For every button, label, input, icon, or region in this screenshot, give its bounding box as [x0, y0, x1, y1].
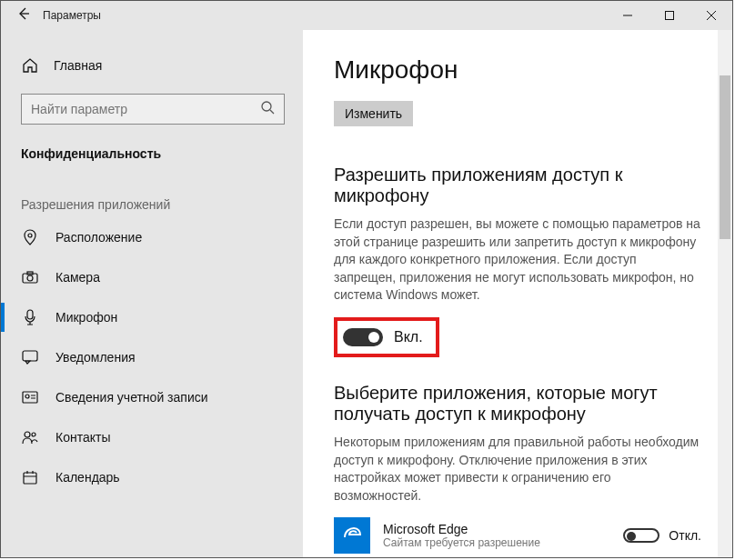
scroll-thumb[interactable]	[720, 75, 730, 239]
app-sub: Сайтам требуется разрешение	[383, 536, 610, 549]
sidebar-item-account-info[interactable]: Сведения учетной записи	[1, 377, 303, 417]
sidebar-item-label: Камера	[55, 270, 100, 285]
sidebar-item-label: Контакты	[55, 430, 110, 445]
svg-point-1	[262, 102, 271, 111]
change-button[interactable]: Изменить	[334, 101, 413, 126]
svg-rect-0	[666, 12, 674, 20]
svg-point-10	[25, 432, 30, 437]
back-icon[interactable]	[17, 7, 30, 24]
close-button[interactable]	[690, 1, 732, 30]
notifications-icon	[21, 350, 39, 365]
app-toggle-label: Откл.	[669, 528, 701, 543]
camera-icon	[21, 271, 39, 284]
microphone-icon	[21, 309, 39, 325]
sidebar-item-location[interactable]: Расположение	[1, 217, 303, 257]
svg-point-9	[25, 395, 29, 398]
sidebar: Главная Конфиденциальность Разрешения пр…	[1, 30, 303, 557]
maximize-button[interactable]	[649, 1, 690, 30]
app-toggle[interactable]	[623, 528, 659, 543]
minimize-button[interactable]	[607, 1, 649, 30]
sidebar-subsection-header: Разрешения приложений	[1, 170, 303, 217]
sidebar-item-contacts[interactable]: Контакты	[1, 417, 303, 457]
scrollbar[interactable]	[718, 30, 732, 557]
search-icon	[260, 100, 275, 118]
sidebar-item-label: Расположение	[55, 230, 142, 245]
home-icon	[21, 57, 39, 74]
page-title: Микрофон	[334, 55, 701, 85]
home-label: Главная	[54, 58, 102, 73]
allow-apps-toggle[interactable]	[343, 328, 383, 346]
highlight-box: Вкл.	[334, 317, 439, 357]
home-nav[interactable]: Главная	[1, 50, 303, 81]
search-input-wrap[interactable]	[21, 94, 285, 125]
svg-point-2	[28, 234, 32, 237]
app-row: Microsoft Edge Сайтам требуется разрешен…	[334, 517, 701, 554]
svg-point-4	[27, 275, 33, 281]
window-title: Параметры	[43, 9, 101, 22]
sidebar-item-camera[interactable]: Камера	[1, 257, 303, 297]
account-info-icon	[21, 391, 39, 404]
allow-apps-desc: Если доступ разрешен, вы можете с помощь…	[334, 215, 701, 305]
svg-point-11	[32, 433, 35, 436]
sidebar-item-microphone[interactable]: Микрофон	[1, 297, 303, 337]
content-area: Микрофон Изменить Разрешить приложениям …	[303, 30, 732, 557]
app-name: Microsoft Edge	[383, 522, 610, 536]
calendar-icon	[21, 470, 39, 485]
sidebar-item-calendar[interactable]: Календарь	[1, 457, 303, 497]
choose-apps-desc: Некоторым приложениям для правильной раб…	[334, 434, 701, 505]
location-icon	[21, 229, 39, 245]
svg-rect-12	[24, 473, 36, 484]
svg-rect-7	[23, 351, 37, 361]
choose-apps-title: Выберите приложения, которые могут получ…	[334, 383, 701, 425]
edge-icon	[334, 517, 370, 554]
toggle-state-label: Вкл.	[394, 329, 423, 345]
svg-rect-6	[27, 310, 33, 319]
search-input[interactable]	[31, 102, 249, 116]
contacts-icon	[21, 430, 39, 445]
svg-rect-8	[23, 392, 37, 403]
sidebar-item-label: Микрофон	[55, 310, 117, 325]
sidebar-item-label: Календарь	[55, 470, 120, 485]
sidebar-item-label: Уведомления	[55, 350, 136, 365]
sidebar-item-label: Сведения учетной записи	[55, 390, 208, 405]
titlebar: Параметры	[1, 1, 732, 30]
sidebar-section-header: Конфиденциальность	[1, 125, 303, 170]
allow-apps-title: Разрешить приложениям доступ к микрофону	[334, 165, 701, 206]
sidebar-item-notifications[interactable]: Уведомления	[1, 337, 303, 377]
settings-window: Параметры Главная	[0, 0, 733, 558]
